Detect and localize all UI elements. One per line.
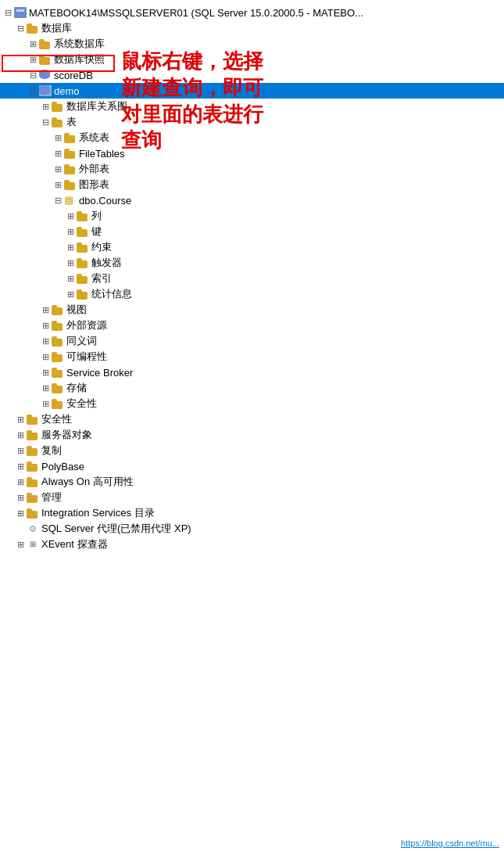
tree-item-course-col[interactable]: 列 bbox=[0, 208, 504, 224]
tree-item-demo-tables[interactable]: 表 bbox=[0, 114, 504, 130]
folder-icon bbox=[27, 508, 39, 519]
expand-icon[interactable] bbox=[14, 491, 27, 504]
item-label-demo-extres: 外部资源 bbox=[66, 318, 107, 332]
expand-icon[interactable] bbox=[64, 288, 77, 300]
item-label-security: 安全性 bbox=[41, 412, 72, 426]
tree-item-management[interactable]: 管理 bbox=[0, 490, 504, 505]
folder-icon bbox=[52, 382, 64, 393]
expand-icon[interactable] bbox=[64, 210, 77, 222]
tree-item-security[interactable]: 安全性 bbox=[0, 411, 504, 427]
item-label-server-objects: 服务器对象 bbox=[41, 428, 92, 442]
tree-item-demo-views[interactable]: 视图 bbox=[0, 302, 504, 318]
expand-icon[interactable] bbox=[52, 178, 64, 191]
tree-item-server-objects[interactable]: 服务器对象 bbox=[0, 427, 504, 443]
expand-icon[interactable] bbox=[64, 257, 77, 269]
folder-icon bbox=[27, 429, 39, 440]
folder-icon bbox=[77, 226, 89, 237]
expand-icon[interactable] bbox=[14, 413, 27, 426]
item-label-db-snapshot: 数据库快照 bbox=[54, 52, 105, 66]
tree-item-demo-dbdiagram[interactable]: 数据库关系图 bbox=[0, 99, 504, 114]
item-label-demo-prog: 可编程性 bbox=[66, 350, 107, 364]
tree-item-demo-extres[interactable]: 外部资源 bbox=[0, 318, 504, 333]
server-icon bbox=[14, 7, 27, 18]
expand-icon[interactable] bbox=[52, 163, 64, 175]
folder-icon bbox=[27, 414, 39, 425]
item-label-dbo-course: dbo.Course bbox=[79, 195, 131, 206]
tree-item-demo-synonyms[interactable]: 同义词 bbox=[0, 333, 504, 349]
tree-item-databases[interactable]: 数据库 bbox=[0, 20, 504, 36]
tree-item-xevent[interactable]: ⊞XEvent 探查器 bbox=[0, 537, 504, 552]
folder-icon bbox=[52, 398, 64, 409]
expand-icon[interactable] bbox=[52, 131, 64, 144]
expand-icon[interactable] bbox=[39, 335, 52, 347]
expand-icon[interactable] bbox=[14, 444, 27, 457]
collapse-icon[interactable] bbox=[39, 116, 52, 128]
expand-icon[interactable] bbox=[39, 366, 52, 379]
item-label-course-key: 键 bbox=[91, 224, 102, 239]
tree-item-server[interactable]: MATEBOOK14\MSSQLSERVER01 (SQL Server 15.… bbox=[0, 5, 504, 20]
tree-item-alwayson[interactable]: Always On 高可用性 bbox=[0, 474, 504, 490]
expand-icon[interactable] bbox=[52, 147, 64, 160]
collapse-icon[interactable] bbox=[27, 69, 39, 81]
tree-item-polybase[interactable]: PolyBase bbox=[0, 458, 504, 474]
collapse-icon[interactable] bbox=[14, 22, 27, 34]
folder-icon bbox=[77, 273, 89, 284]
collapse-icon[interactable] bbox=[2, 6, 14, 19]
folder-icon bbox=[64, 132, 77, 143]
folder-icon bbox=[27, 492, 39, 503]
item-label-demo-dbdiagram: 数据库关系图 bbox=[66, 99, 127, 113]
tree-item-demo-systables[interactable]: 系统表 bbox=[0, 130, 504, 145]
watermark: https://blog.csdn.net/mu... bbox=[401, 838, 499, 848]
expand-icon[interactable] bbox=[14, 460, 27, 472]
expand-icon[interactable] bbox=[39, 350, 52, 363]
expand-icon[interactable] bbox=[14, 507, 27, 519]
tree-item-dbo-course[interactable]: dbo.Course bbox=[0, 192, 504, 208]
tree-item-demo-security[interactable]: 安全性 bbox=[0, 396, 504, 411]
expand-icon[interactable] bbox=[14, 538, 27, 551]
folder-icon bbox=[39, 54, 52, 65]
tree-item-course-index[interactable]: 索引 bbox=[0, 271, 504, 286]
db-icon bbox=[39, 70, 52, 81]
tree-item-demo-filetable[interactable]: FileTables bbox=[0, 145, 504, 161]
expand-icon[interactable] bbox=[64, 241, 77, 253]
folder-icon bbox=[52, 304, 64, 315]
tree-item-demo-graphtables[interactable]: 图形表 bbox=[0, 177, 504, 192]
collapse-icon[interactable] bbox=[52, 194, 64, 206]
expand-icon[interactable] bbox=[39, 382, 52, 394]
expand-icon[interactable] bbox=[14, 429, 27, 441]
tree-item-course-stats[interactable]: 统计信息 bbox=[0, 286, 504, 302]
tree-item-course-constraint[interactable]: 约束 bbox=[0, 239, 504, 255]
item-label-scoreDB: scoreDB bbox=[54, 70, 93, 81]
item-label-demo-exttables: 外部表 bbox=[79, 162, 109, 176]
tree-item-demo-broker[interactable]: Service Broker bbox=[0, 364, 504, 380]
expand-icon[interactable] bbox=[14, 476, 27, 488]
expand-icon[interactable] bbox=[39, 397, 52, 410]
expand-icon[interactable] bbox=[27, 53, 39, 66]
item-label-demo-synonyms: 同义词 bbox=[66, 334, 97, 348]
tree-item-db-snapshot[interactable]: 数据库快照 bbox=[0, 52, 504, 67]
item-label-xevent: XEvent 探查器 bbox=[41, 537, 108, 551]
expand-icon[interactable] bbox=[39, 303, 52, 316]
expand-icon[interactable] bbox=[64, 225, 77, 238]
collapse-icon[interactable] bbox=[27, 84, 39, 97]
tree-item-sys-db[interactable]: 系统数据库 bbox=[0, 36, 504, 52]
folder-icon bbox=[39, 38, 52, 49]
tree-item-agent[interactable]: ⚙SQL Server 代理(已禁用代理 XP) bbox=[0, 521, 504, 537]
folder-icon bbox=[77, 257, 89, 268]
expand-icon[interactable] bbox=[64, 272, 77, 285]
expand-icon[interactable] bbox=[27, 38, 39, 50]
tree-item-scoreDB[interactable]: scoreDB bbox=[0, 67, 504, 83]
expand-icon[interactable] bbox=[39, 319, 52, 332]
expand-icon[interactable] bbox=[39, 100, 52, 113]
folder-icon bbox=[52, 320, 64, 331]
tree-item-replication[interactable]: 复制 bbox=[0, 443, 504, 458]
tree-item-demo-exttables[interactable]: 外部表 bbox=[0, 161, 504, 177]
tree-item-demo-storage[interactable]: 存储 bbox=[0, 380, 504, 396]
folder-icon bbox=[27, 476, 39, 487]
tree-item-demo-prog[interactable]: 可编程性 bbox=[0, 349, 504, 364]
tree-item-course-trigger[interactable]: 触发器 bbox=[0, 255, 504, 271]
tree-item-demo[interactable]: demo bbox=[0, 83, 504, 99]
tree-item-course-key[interactable]: 键 bbox=[0, 224, 504, 239]
tree-item-integration[interactable]: Integration Services 目录 bbox=[0, 505, 504, 521]
item-label-course-index: 索引 bbox=[91, 271, 112, 285]
